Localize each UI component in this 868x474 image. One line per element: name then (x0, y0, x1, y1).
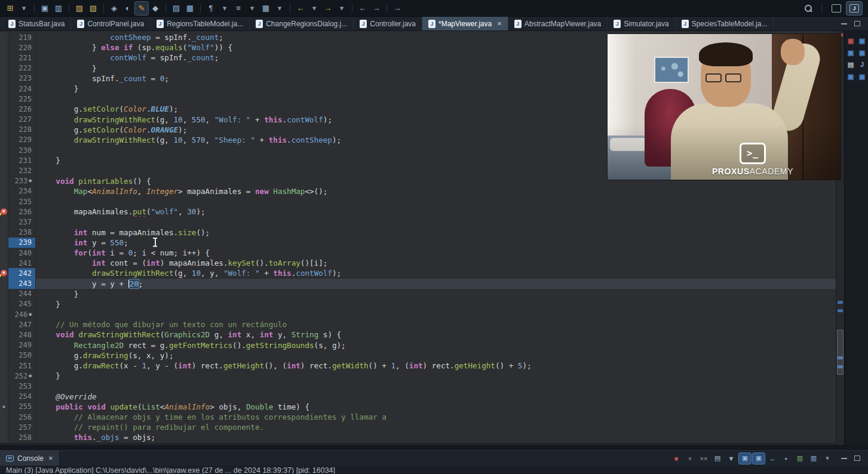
jee-perspective-button[interactable] (829, 2, 844, 15)
annotation-ruler-cell[interactable] (0, 248, 8, 258)
external-tools-button[interactable]: ◈ (108, 2, 121, 15)
table-dropdown[interactable]: ▾ (273, 2, 286, 15)
problems-view-icon[interactable]: ▣ (846, 36, 856, 45)
maximize-view-button[interactable] (851, 18, 863, 30)
line-number[interactable]: 235 (8, 196, 36, 207)
list-dropdown[interactable]: ▾ (246, 2, 259, 15)
search-button[interactable] (802, 2, 815, 15)
annotation-ruler-cell[interactable] (0, 63, 8, 73)
tab-statusbar-java[interactable]: JStatusBar.java (2, 17, 71, 30)
line-number[interactable]: 224 (8, 84, 36, 94)
show-on-stdout-button[interactable]: ▣ (739, 453, 751, 464)
line-number[interactable]: 232 (8, 165, 36, 176)
line-number[interactable]: 241 (8, 258, 36, 268)
annotation-ruler-cell[interactable] (0, 115, 8, 125)
code-text[interactable]: @Override (36, 392, 836, 402)
annotation-ruler-cell[interactable] (0, 371, 8, 381)
annotation-ruler-cell[interactable] (0, 165, 8, 176)
tab-changeregionsdialog-j[interactable]: JChangeRegionsDialog.j... (250, 17, 354, 30)
vertical-scrollbar-thumb[interactable] (837, 330, 844, 375)
annotation-ruler-cell[interactable] (0, 238, 8, 248)
minimize-view-button[interactable] (838, 18, 850, 30)
line-number[interactable]: 233● (8, 176, 36, 186)
line-number[interactable]: 234 (8, 186, 36, 196)
code-text[interactable]: drawStringWithRect(g, 10, y, "Wolf: " + … (36, 268, 836, 278)
tab-console[interactable]: Console × (0, 451, 60, 466)
outline-view-icon[interactable]: ▣ (857, 36, 867, 45)
line-number[interactable]: 254 (8, 392, 36, 402)
annotation-ruler-cell[interactable] (0, 32, 8, 42)
remove-all-launches-button[interactable]: ×× (698, 453, 710, 464)
line-number[interactable]: 228 (8, 125, 36, 135)
annotation-ruler-cell[interactable] (0, 350, 8, 361)
line-number[interactable]: 257 (8, 422, 36, 432)
line-number[interactable]: 223 (8, 73, 36, 84)
tab-regionstablemodel-ja[interactable]: JRegionsTableModel.ja... (151, 17, 250, 30)
line-number[interactable]: 244 (8, 289, 36, 299)
annotation-ruler-cell[interactable] (0, 422, 8, 432)
line-number[interactable]: 258 (8, 432, 36, 442)
open-console-dropdown[interactable]: ▾ (821, 453, 833, 464)
annotation-ruler-cell[interactable] (0, 73, 8, 84)
line-number[interactable]: 229 (8, 135, 36, 145)
annotation-ruler-cell[interactable] (0, 361, 8, 371)
code-text[interactable]: this._objs = objs; (36, 432, 836, 442)
annotation-ruler-cell[interactable] (0, 330, 8, 340)
search-view-icon[interactable]: ▣ (857, 72, 867, 81)
annotation-ruler-cell[interactable] (0, 196, 8, 207)
save-button[interactable]: ▣ (38, 2, 51, 15)
import-button[interactable]: ▧ (87, 2, 100, 15)
annotation-ruler-cell[interactable] (0, 84, 8, 94)
annotation-ruler-cell[interactable] (0, 104, 8, 114)
code-text[interactable]: mapaAnimales.put("wolf", 30); (36, 207, 836, 217)
code-text[interactable]: int y = 550; (36, 238, 836, 248)
back-button[interactable]: ← (294, 2, 307, 15)
code-text[interactable]: } (36, 371, 836, 381)
annotation-ruler-cell[interactable] (0, 299, 8, 309)
last-edit-location-button[interactable]: → (391, 2, 404, 15)
line-number[interactable]: 251 (8, 361, 36, 371)
code-text[interactable] (36, 309, 836, 319)
terminate-button[interactable]: ■ (670, 453, 682, 464)
annotation-ruler-cell[interactable]: ▲ (0, 402, 8, 412)
pin-console-button[interactable]: ▪ (780, 453, 792, 464)
open-console-button[interactable]: ▥ (808, 453, 820, 464)
line-number[interactable]: 230 (8, 145, 36, 155)
line-number[interactable]: 227 (8, 115, 36, 125)
display-selected-console-button[interactable]: ▥ (794, 453, 806, 464)
code-text[interactable]: int num = mapaAnimales.size(); (36, 227, 836, 238)
forward-dropdown[interactable]: ▾ (335, 2, 348, 15)
line-number[interactable]: 247 (8, 319, 36, 330)
annotation-ruler-cell[interactable] (0, 186, 8, 196)
code-text[interactable]: Rectangle2D rect = g.getFontMetrics().ge… (36, 340, 836, 350)
line-number[interactable]: 246● (8, 309, 36, 319)
paragraph-button[interactable]: ¶ (204, 2, 217, 15)
line-number[interactable]: 220 (8, 42, 36, 53)
tab-mapviewer-java[interactable]: J*MapViewer.java× (422, 17, 508, 30)
table-button[interactable]: ▦ (259, 2, 272, 15)
overview-marker-change[interactable] (838, 301, 843, 304)
line-number[interactable]: 226 (8, 104, 36, 114)
annotation-ruler-cell[interactable] (0, 155, 8, 165)
coverage-button[interactable]: ◐ (121, 2, 134, 15)
word-wrap-button[interactable]: ↔ (766, 453, 778, 464)
tab-abstractmapviewer-java[interactable]: JAbstractMapViewer.java (508, 17, 608, 30)
line-number[interactable]: 248 (8, 330, 36, 340)
javadoc-view-icon[interactable]: J (857, 60, 867, 69)
line-number[interactable]: 219 (8, 32, 36, 42)
tab-simulator-java[interactable]: JSimulator.java (608, 17, 675, 30)
annotation-ruler-cell[interactable] (0, 340, 8, 350)
annotation-ruler-cell[interactable] (0, 217, 8, 227)
java-perspective-button[interactable]: J (846, 2, 862, 15)
folder-open-button[interactable]: ▨ (73, 2, 86, 15)
annotation-ruler-cell[interactable] (0, 432, 8, 442)
search-dialog-button[interactable]: ▦ (183, 2, 197, 15)
code-text[interactable]: int cont = (int) mapaAnimales.keySet().t… (36, 258, 836, 268)
overview-marker-change[interactable] (838, 309, 843, 312)
annotation-ruler-cell[interactable] (0, 392, 8, 402)
clear-console-button[interactable]: ▤ (711, 453, 723, 464)
code-text[interactable] (36, 381, 836, 391)
annotation-ruler-cell[interactable] (0, 176, 8, 186)
type-hierarchy-view-icon[interactable]: ▣ (857, 48, 867, 57)
annotation-ruler-cell[interactable] (0, 381, 8, 391)
